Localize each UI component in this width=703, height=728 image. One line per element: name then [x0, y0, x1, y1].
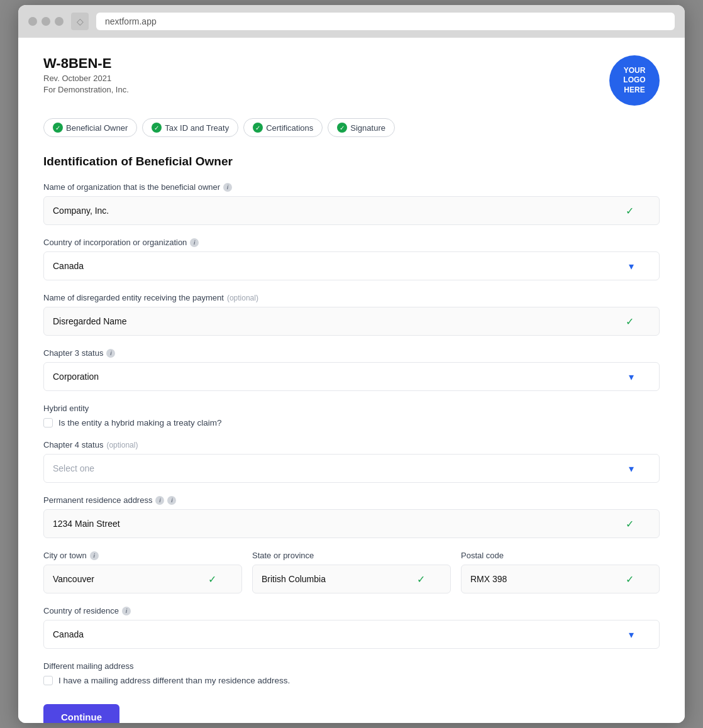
page-content: W-8BEN-E Rev. October 2021 For Demonstra…: [18, 38, 685, 723]
address-check-icon: ✓: [626, 518, 634, 530]
org-name-info-icon[interactable]: i: [223, 183, 232, 192]
hybrid-checkbox[interactable]: [43, 418, 53, 427]
tabs-bar: ✓ Beneficial Owner ✓ Tax ID and Treaty ✓…: [43, 118, 660, 137]
mailing-checkbox[interactable]: [43, 676, 53, 685]
logo-text: YOUR LOGO HERE: [623, 66, 645, 96]
logo-placeholder: YOUR LOGO HERE: [609, 55, 660, 106]
chapter3-input[interactable]: Corporation ▾: [43, 362, 660, 391]
browser-bar: ◇ nextform.app: [18, 5, 685, 38]
city-check-icon: ✓: [208, 573, 216, 585]
country-inc-label: Country of incorporation or organization…: [43, 238, 660, 247]
tab-label-beneficial-owner: Beneficial Owner: [66, 123, 128, 133]
state-label: State or province: [252, 551, 451, 560]
chapter4-optional: (optional): [106, 441, 138, 449]
address-label: Permanent residence address i i: [43, 495, 660, 505]
postal-check-icon: ✓: [626, 573, 634, 585]
tab-beneficial-owner[interactable]: ✓ Beneficial Owner: [43, 118, 137, 137]
dot-1: [28, 17, 37, 26]
org-name-check-icon: ✓: [626, 205, 634, 217]
browser-back-button[interactable]: ◇: [71, 13, 89, 30]
browser-window: ◇ nextform.app W-8BEN-E Rev. October 202…: [18, 5, 685, 723]
postal-value: RMX 398: [470, 574, 507, 584]
disregarded-optional: (optional): [227, 294, 258, 302]
tab-tax-id-treaty[interactable]: ✓ Tax ID and Treaty: [142, 118, 238, 137]
org-name-input[interactable]: Company, Inc. ✓: [43, 196, 660, 225]
disregarded-check-icon: ✓: [626, 316, 634, 328]
header-row: W-8BEN-E Rev. October 2021 For Demonstra…: [43, 55, 660, 106]
chapter3-group: Chapter 3 status i Corporation ▾: [43, 348, 660, 391]
mailing-checkbox-row: I have a mailing address different than …: [43, 676, 660, 685]
state-input[interactable]: British Columbia ✓: [252, 565, 451, 593]
address-info-icon-2[interactable]: i: [167, 496, 176, 505]
country-res-label: Country of residence i: [43, 606, 660, 615]
form-info: W-8BEN-E Rev. October 2021 For Demonstra…: [43, 55, 129, 94]
chapter4-placeholder: Select one: [53, 463, 94, 473]
country-inc-input[interactable]: Canada ▾: [43, 251, 660, 280]
country-res-input[interactable]: Canada ▾: [43, 620, 660, 649]
browser-dots: [28, 17, 64, 26]
chapter4-dropdown-icon: ▾: [629, 463, 634, 475]
hybrid-checkbox-label: Is the entity a hybrid making a treaty c…: [58, 418, 222, 427]
chapter3-label: Chapter 3 status i: [43, 348, 660, 358]
form-subtitle1: Rev. October 2021: [43, 74, 129, 83]
state-value: British Columbia: [262, 574, 326, 584]
mailing-checkbox-label: I have a mailing address different than …: [58, 676, 290, 685]
postal-input[interactable]: RMX 398 ✓: [461, 565, 660, 593]
country-res-value: Canada: [53, 629, 84, 639]
country-inc-dropdown-icon: ▾: [629, 260, 634, 272]
country-inc-value: Canada: [53, 261, 84, 271]
disregarded-value: Disregarded Name: [53, 316, 127, 326]
city-value: Vancouver: [53, 574, 94, 584]
org-name-value: Company, Inc.: [53, 206, 109, 216]
hybrid-checkbox-row: Is the entity a hybrid making a treaty c…: [43, 418, 660, 427]
address-group: Permanent residence address i i 1234 Mai…: [43, 495, 660, 538]
mailing-label: Different mailing address: [43, 661, 660, 671]
city-input[interactable]: Vancouver ✓: [43, 565, 242, 593]
continue-button[interactable]: Continue: [43, 704, 119, 723]
state-group: State or province British Columbia ✓: [252, 551, 451, 593]
tab-check-certifications: ✓: [253, 123, 263, 133]
city-info-icon[interactable]: i: [90, 551, 99, 560]
chapter4-label: Chapter 4 status (optional): [43, 440, 660, 449]
chapter4-input[interactable]: Select one ▾: [43, 454, 660, 483]
tab-check-beneficial-owner: ✓: [53, 123, 63, 133]
org-name-group: Name of organization that is the benefic…: [43, 182, 660, 225]
country-inc-info-icon[interactable]: i: [190, 238, 199, 247]
chapter3-value: Corporation: [53, 372, 99, 382]
postal-label: Postal code: [461, 551, 660, 560]
country-res-info-icon[interactable]: i: [122, 607, 131, 615]
dot-2: [42, 17, 50, 26]
hybrid-label: Hybrid entity: [43, 404, 660, 413]
city-label: City or town i: [43, 551, 242, 560]
city-state-postal-row: City or town i Vancouver ✓ State or prov…: [43, 551, 660, 593]
country-res-group: Country of residence i Canada ▾: [43, 606, 660, 649]
chapter3-dropdown-icon: ▾: [629, 371, 634, 383]
tab-signature[interactable]: ✓ Signature: [328, 118, 395, 137]
dot-3: [55, 17, 64, 26]
section-title: Identification of Beneficial Owner: [43, 155, 660, 168]
address-value: 1234 Main Street: [53, 519, 120, 529]
chapter3-info-icon[interactable]: i: [106, 349, 115, 358]
mailing-address-group: Different mailing address I have a maili…: [43, 661, 660, 685]
address-info-icon-1[interactable]: i: [155, 496, 164, 505]
country-res-dropdown-icon: ▾: [629, 629, 634, 641]
disregarded-input[interactable]: Disregarded Name ✓: [43, 307, 660, 336]
org-name-label: Name of organization that is the benefic…: [43, 182, 660, 192]
tab-check-signature: ✓: [337, 123, 347, 133]
state-check-icon: ✓: [417, 573, 425, 585]
form-subtitle2: For Demonstration, Inc.: [43, 85, 129, 94]
postal-group: Postal code RMX 398 ✓: [461, 551, 660, 593]
tab-certifications[interactable]: ✓ Certifications: [243, 118, 323, 137]
tab-label-certifications: Certifications: [266, 123, 313, 133]
form-title: W-8BEN-E: [43, 55, 129, 72]
city-group: City or town i Vancouver ✓: [43, 551, 242, 593]
address-input[interactable]: 1234 Main Street ✓: [43, 509, 660, 538]
tab-label-tax-id: Tax ID and Treaty: [165, 123, 229, 133]
hybrid-entity-group: Hybrid entity Is the entity a hybrid mak…: [43, 404, 660, 427]
tab-label-signature: Signature: [350, 123, 385, 133]
browser-url-bar[interactable]: nextform.app: [96, 13, 675, 30]
disregarded-label: Name of disregarded entity receiving the…: [43, 293, 660, 302]
chapter4-group: Chapter 4 status (optional) Select one ▾: [43, 440, 660, 483]
disregarded-group: Name of disregarded entity receiving the…: [43, 293, 660, 336]
tab-check-tax-id: ✓: [152, 123, 162, 133]
